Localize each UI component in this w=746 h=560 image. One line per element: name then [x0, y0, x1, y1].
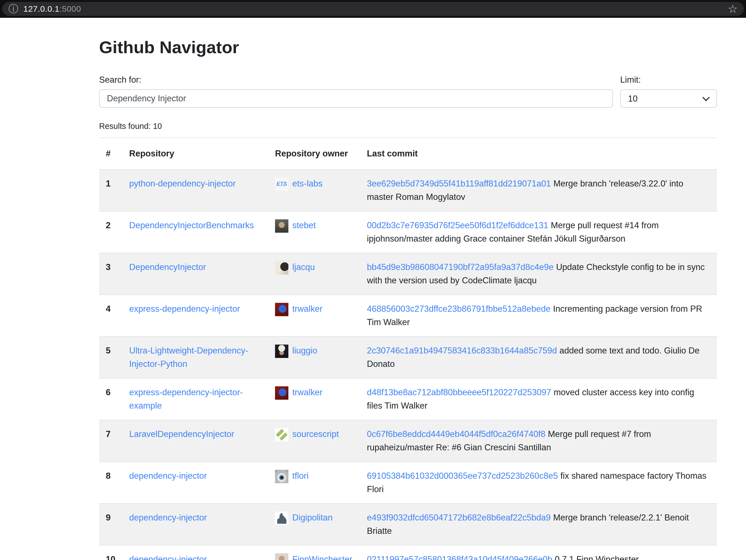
- table-row: 7 LaravelDependencyInjector sourcescript…: [99, 420, 717, 462]
- finnwinchester-portrait-photo: [275, 553, 288, 560]
- browser-url-bar: ⓘ 127.0.0.1:5000 ☆: [0, 0, 746, 18]
- commit-sha-link[interactable]: 00d2b3c7e76935d76f25ee50f6d1f2ef6ddce131: [367, 220, 548, 230]
- commit-message: 0.7.1 Finn Winchester: [555, 554, 639, 560]
- column-header-last-commit: Last commit: [360, 138, 717, 170]
- bookmark-star-icon[interactable]: ☆: [728, 3, 738, 14]
- table-row: 2 DependencyInjectorBenchmarks stebet 00…: [99, 211, 717, 253]
- repository-link[interactable]: dependency-injector: [129, 471, 207, 481]
- avatar-logo-text: ETS: [275, 178, 288, 190]
- table-row: 10 dependency-injector FinnWinchester 02…: [99, 545, 717, 560]
- url-host: 127.0.0.1: [23, 4, 60, 13]
- results-table-body: 1 python-dependency-injector ETSets-labs…: [99, 170, 717, 560]
- table-row: 6 express-dependency-injector-example tr…: [99, 378, 717, 420]
- table-row: 9 dependency-injector Digipolitan e493f9…: [99, 503, 717, 545]
- owner-link[interactable]: ljacqu: [292, 262, 315, 272]
- commit-sha-link[interactable]: 0c67f6be8eddcd4449eb4044f5df0ca26f4740f8: [367, 429, 545, 439]
- table-row: 4 express-dependency-injector trwalker 4…: [99, 295, 717, 336]
- row-number: 6: [99, 378, 122, 420]
- owner-link[interactable]: sourcescript: [292, 429, 339, 439]
- lego-astronaut-photo: [275, 386, 288, 400]
- repository-link[interactable]: DependencyInjector: [129, 262, 206, 272]
- commit-sha-link[interactable]: 69105384b61032d000365ee737cd2523b260c8e5: [367, 471, 558, 481]
- commit-sha-link[interactable]: 3ee629eb5d7349d55f41b119aff81dd219071a01: [367, 179, 551, 188]
- row-number: 4: [99, 295, 122, 336]
- commit-sha-link[interactable]: e493f9032dfcd65047172b682e8b6eaf22c5bda9: [367, 513, 551, 523]
- ets-labs-logo: ETS: [275, 178, 288, 191]
- owner-link[interactable]: tflori: [292, 471, 309, 481]
- table-row: 3 DependencyInjector ljacqu bb45d9e3b986…: [99, 253, 717, 295]
- results-summary: Results found: 10: [99, 122, 717, 131]
- search-label: Search for:: [99, 75, 613, 85]
- results-table: # Repository Repository owner Last commi…: [99, 138, 717, 560]
- owner-link[interactable]: ets-labs: [292, 179, 323, 188]
- table-row: 1 python-dependency-injector ETSets-labs…: [99, 170, 717, 211]
- table-header-row: # Repository Repository owner Last commi…: [99, 138, 717, 170]
- digipolitan-building-logo: [275, 511, 288, 525]
- stebet-portrait-photo: [275, 219, 288, 233]
- sourcescript-green-diamond-logo: [275, 428, 288, 441]
- row-number: 5: [99, 336, 122, 378]
- owner-link[interactable]: FinnWinchester: [292, 554, 352, 560]
- owner-link[interactable]: trwalker: [292, 304, 323, 314]
- liuggio-portrait-photo: [275, 345, 288, 358]
- owner-link[interactable]: liuggio: [292, 346, 317, 355]
- repository-link[interactable]: express-dependency-injector-example: [129, 387, 243, 411]
- owner-link[interactable]: trwalker: [292, 387, 323, 397]
- address-field[interactable]: ⓘ 127.0.0.1:5000 ☆: [2, 2, 744, 16]
- repository-link[interactable]: express-dependency-injector: [129, 304, 240, 314]
- repository-link[interactable]: python-dependency-injector: [129, 179, 236, 188]
- cats-photo: [275, 261, 288, 274]
- commit-sha-link[interactable]: d48f13be8ac712abf80bbeeee5f120227d253097: [367, 387, 551, 397]
- limit-select[interactable]: 10: [620, 89, 717, 108]
- table-row: 5 Ultra-Lightweight-Dependency-Injector-…: [99, 336, 717, 378]
- info-icon[interactable]: ⓘ: [8, 4, 18, 14]
- owner-link[interactable]: stebet: [292, 220, 316, 230]
- commit-sha-link[interactable]: 468856003c273dffce23b86791fbbe512a8ebede: [367, 304, 551, 314]
- search-input[interactable]: [99, 89, 613, 108]
- eye-photo: [275, 470, 288, 483]
- url-port: :5000: [60, 4, 81, 13]
- url-text: 127.0.0.1:5000: [23, 4, 81, 13]
- column-header-number: #: [99, 138, 122, 170]
- row-number: 9: [99, 503, 122, 545]
- repository-link[interactable]: dependency-injector: [129, 513, 207, 523]
- row-number: 3: [99, 253, 122, 295]
- limit-column: Limit: 10: [620, 75, 717, 108]
- column-header-repository: Repository: [122, 138, 268, 170]
- row-number: 10: [99, 545, 122, 560]
- repository-link[interactable]: DependencyInjectorBenchmarks: [129, 220, 254, 230]
- repository-link[interactable]: Ultra-Lightweight-Dependency-Injector-Py…: [129, 346, 248, 369]
- limit-label: Limit:: [620, 75, 717, 85]
- repository-link[interactable]: LaravelDependencyInjector: [129, 429, 234, 439]
- commit-sha-link[interactable]: 2c30746c1a91b4947583416c833b1644a85c759d: [367, 346, 557, 355]
- lego-astronaut-photo: [275, 303, 288, 316]
- table-row: 8 dependency-injector tflori 69105384b61…: [99, 462, 717, 503]
- page-content: Github Navigator Search for: Limit: 10 R…: [99, 18, 717, 560]
- search-form: Search for: Limit: 10: [99, 75, 717, 108]
- column-header-owner: Repository owner: [268, 138, 360, 170]
- search-column: Search for:: [99, 75, 613, 108]
- row-number: 2: [99, 211, 122, 253]
- row-number: 7: [99, 420, 122, 462]
- repository-link[interactable]: dependency-injector: [129, 554, 207, 560]
- row-number: 1: [99, 170, 122, 211]
- row-number: 8: [99, 462, 122, 503]
- owner-link[interactable]: Digipolitan: [292, 513, 333, 523]
- commit-sha-link[interactable]: bb45d9e3b98608047190bf72a95fa9a37d8c4e9e: [367, 262, 554, 272]
- page-title: Github Navigator: [99, 37, 717, 57]
- commit-sha-link[interactable]: 02111997e57c85801368f43a10d45f409e266e0b: [367, 554, 552, 560]
